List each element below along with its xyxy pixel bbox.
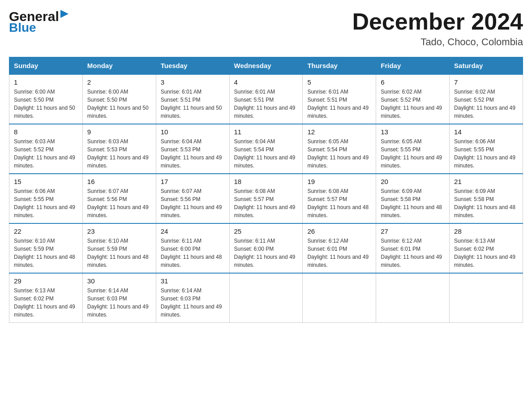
table-row: 16Sunrise: 6:07 AMSunset: 5:56 PMDayligh… [82,174,156,223]
logo: General Blue [9,9,69,35]
day-number: 24 [161,227,225,235]
day-number: 19 [307,178,371,185]
day-info: Sunrise: 6:00 AMSunset: 5:50 PMDaylight:… [14,88,78,120]
day-info: Sunrise: 6:08 AMSunset: 5:57 PMDaylight:… [307,187,371,219]
table-row: 5Sunrise: 6:01 AMSunset: 5:51 PMDaylight… [303,74,376,124]
day-number: 11 [234,128,298,136]
table-row: 7Sunrise: 6:02 AMSunset: 5:52 PMDaylight… [450,74,523,124]
header-saturday: Saturday [450,57,523,75]
calendar-table: Sunday Monday Tuesday Wednesday Thursday… [9,57,523,323]
day-number: 3 [161,78,225,86]
svg-marker-0 [60,10,69,18]
day-info: Sunrise: 6:12 AMSunset: 6:01 PMDaylight:… [381,237,445,269]
table-row: 21Sunrise: 6:09 AMSunset: 5:58 PMDayligh… [450,174,523,223]
day-number: 6 [381,78,445,86]
day-info: Sunrise: 6:01 AMSunset: 5:51 PMDaylight:… [161,88,225,120]
table-row: 28Sunrise: 6:13 AMSunset: 6:02 PMDayligh… [450,223,523,273]
day-info: Sunrise: 6:06 AMSunset: 5:55 PMDaylight:… [454,137,518,170]
table-row: 9Sunrise: 6:03 AMSunset: 5:53 PMDaylight… [82,124,156,174]
day-info: Sunrise: 6:00 AMSunset: 5:50 PMDaylight:… [87,88,151,120]
day-number: 13 [381,128,445,136]
day-number: 7 [454,78,518,86]
calendar-week-row: 22Sunrise: 6:10 AMSunset: 5:59 PMDayligh… [9,223,523,273]
table-row: 20Sunrise: 6:09 AMSunset: 5:58 PMDayligh… [376,174,450,223]
day-number: 27 [381,227,445,235]
day-info: Sunrise: 6:02 AMSunset: 5:52 PMDaylight:… [454,88,518,120]
day-number: 21 [454,178,518,185]
table-row [376,273,450,323]
table-row: 3Sunrise: 6:01 AMSunset: 5:51 PMDaylight… [156,74,229,124]
table-row: 8Sunrise: 6:03 AMSunset: 5:52 PMDaylight… [9,124,83,174]
day-info: Sunrise: 6:06 AMSunset: 5:55 PMDaylight:… [14,187,78,219]
day-number: 18 [234,178,298,185]
day-info: Sunrise: 6:11 AMSunset: 6:00 PMDaylight:… [234,237,298,269]
table-row: 11Sunrise: 6:04 AMSunset: 5:54 PMDayligh… [229,124,303,174]
table-row: 17Sunrise: 6:07 AMSunset: 5:56 PMDayligh… [156,174,229,223]
table-row: 2Sunrise: 6:00 AMSunset: 5:50 PMDaylight… [82,74,156,124]
page-header: General Blue December 2024 Tado, Choco, … [9,9,523,48]
day-info: Sunrise: 6:12 AMSunset: 6:01 PMDaylight:… [307,237,371,269]
table-row [229,273,303,323]
day-info: Sunrise: 6:07 AMSunset: 5:56 PMDaylight:… [87,187,151,219]
table-row: 29Sunrise: 6:13 AMSunset: 6:02 PMDayligh… [9,273,83,323]
table-row [450,273,523,323]
day-number: 9 [87,128,151,136]
day-info: Sunrise: 6:01 AMSunset: 5:51 PMDaylight:… [234,88,298,120]
calendar-week-row: 15Sunrise: 6:06 AMSunset: 5:55 PMDayligh… [9,174,523,223]
header-friday: Friday [376,57,450,75]
table-row: 13Sunrise: 6:05 AMSunset: 5:55 PMDayligh… [376,124,450,174]
table-row: 27Sunrise: 6:12 AMSunset: 6:01 PMDayligh… [376,223,450,273]
day-number: 29 [14,277,78,285]
day-info: Sunrise: 6:13 AMSunset: 6:02 PMDaylight:… [14,287,78,319]
day-number: 5 [307,78,371,86]
day-number: 15 [14,178,78,185]
day-info: Sunrise: 6:11 AMSunset: 6:00 PMDaylight:… [161,237,225,269]
logo-arrow-icon [60,10,69,20]
calendar-week-row: 8Sunrise: 6:03 AMSunset: 5:52 PMDaylight… [9,124,523,174]
calendar-header-row: Sunday Monday Tuesday Wednesday Thursday… [9,57,523,75]
day-number: 31 [161,277,225,285]
day-number: 10 [161,128,225,136]
day-info: Sunrise: 6:10 AMSunset: 5:59 PMDaylight:… [87,237,151,269]
day-info: Sunrise: 6:05 AMSunset: 5:55 PMDaylight:… [381,137,445,170]
day-number: 17 [161,178,225,185]
table-row: 10Sunrise: 6:04 AMSunset: 5:53 PMDayligh… [156,124,229,174]
table-row: 22Sunrise: 6:10 AMSunset: 5:59 PMDayligh… [9,223,83,273]
table-row: 26Sunrise: 6:12 AMSunset: 6:01 PMDayligh… [303,223,376,273]
day-info: Sunrise: 6:09 AMSunset: 5:58 PMDaylight:… [381,187,445,219]
day-number: 12 [307,128,371,136]
day-number: 1 [14,78,78,86]
logo-blue: Blue [9,21,36,35]
calendar-week-row: 29Sunrise: 6:13 AMSunset: 6:02 PMDayligh… [9,273,523,323]
header-monday: Monday [82,57,156,75]
day-info: Sunrise: 6:07 AMSunset: 5:56 PMDaylight:… [161,187,225,219]
header-wednesday: Wednesday [229,57,303,75]
table-row: 23Sunrise: 6:10 AMSunset: 5:59 PMDayligh… [82,223,156,273]
day-info: Sunrise: 6:09 AMSunset: 5:58 PMDaylight:… [454,187,518,219]
table-row: 19Sunrise: 6:08 AMSunset: 5:57 PMDayligh… [303,174,376,223]
day-info: Sunrise: 6:14 AMSunset: 6:03 PMDaylight:… [87,287,151,319]
day-info: Sunrise: 6:05 AMSunset: 5:54 PMDaylight:… [307,137,371,170]
day-info: Sunrise: 6:08 AMSunset: 5:57 PMDaylight:… [234,187,298,219]
day-info: Sunrise: 6:14 AMSunset: 6:03 PMDaylight:… [161,287,225,319]
day-number: 20 [381,178,445,185]
table-row [303,273,376,323]
day-info: Sunrise: 6:02 AMSunset: 5:52 PMDaylight:… [381,88,445,120]
day-number: 8 [14,128,78,136]
day-number: 25 [234,227,298,235]
table-row: 6Sunrise: 6:02 AMSunset: 5:52 PMDaylight… [376,74,450,124]
day-info: Sunrise: 6:04 AMSunset: 5:53 PMDaylight:… [161,137,225,170]
day-number: 2 [87,78,151,86]
header-tuesday: Tuesday [156,57,229,75]
day-number: 26 [307,227,371,235]
day-number: 16 [87,178,151,185]
day-info: Sunrise: 6:01 AMSunset: 5:51 PMDaylight:… [307,88,371,120]
day-number: 23 [87,227,151,235]
table-row: 4Sunrise: 6:01 AMSunset: 5:51 PMDaylight… [229,74,303,124]
day-info: Sunrise: 6:03 AMSunset: 5:52 PMDaylight:… [14,137,78,170]
table-row: 15Sunrise: 6:06 AMSunset: 5:55 PMDayligh… [9,174,83,223]
day-info: Sunrise: 6:13 AMSunset: 6:02 PMDaylight:… [454,237,518,269]
title-block: December 2024 Tado, Choco, Colombia [352,9,523,48]
day-number: 14 [454,128,518,136]
header-sunday: Sunday [9,57,83,75]
